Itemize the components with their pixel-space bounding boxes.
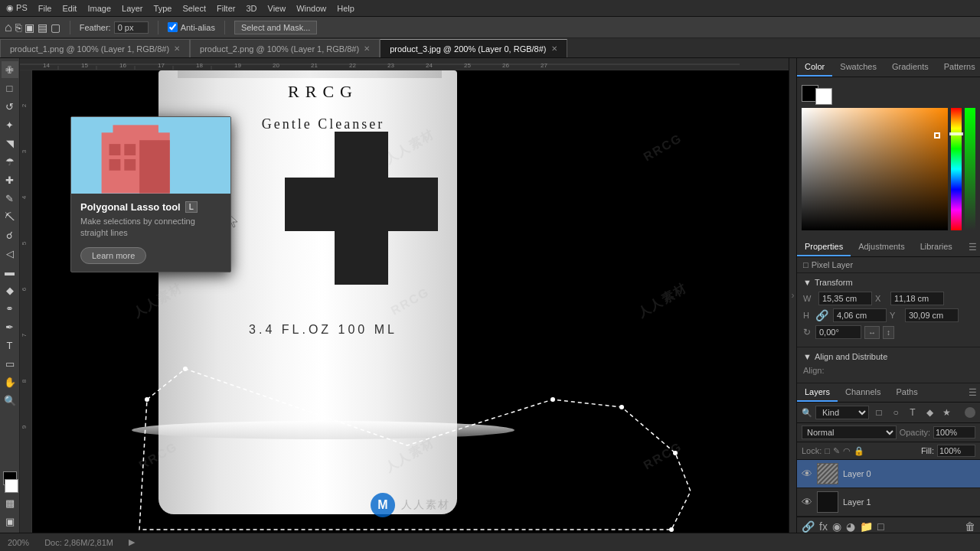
flip-h-button[interactable]: ↔ (864, 326, 880, 339)
lasso-tool[interactable]: ↺ (2, 98, 18, 115)
menu-help[interactable]: Help (337, 4, 354, 13)
layer-item-1[interactable]: 👁 Layer 1 (797, 488, 980, 517)
layer-item-0[interactable]: 👁 Layer 0 (797, 460, 980, 488)
menu-edit[interactable]: Edit (62, 4, 77, 13)
fill-input[interactable] (937, 445, 975, 457)
menu-3d[interactable]: 3D (246, 4, 256, 13)
select-mask-button[interactable]: Select and Mask... (234, 21, 318, 34)
clone-stamp-tool[interactable]: ⛏ (2, 208, 18, 225)
color-hue-slider[interactable] (951, 108, 962, 230)
tab-channels[interactable]: Channels (838, 383, 888, 402)
tab-layers[interactable]: Layers (797, 383, 838, 402)
y-input[interactable] (905, 308, 959, 322)
menu-filter[interactable]: Filter (217, 4, 235, 13)
transform-header[interactable]: ▼ Transform (803, 278, 974, 287)
x-input[interactable] (890, 292, 944, 305)
layer-filter-adjust[interactable]: ○ (889, 406, 903, 419)
move-tool[interactable]: ✙ (2, 61, 18, 78)
menu-image[interactable]: Image (87, 4, 111, 13)
rotation-input[interactable] (815, 325, 861, 339)
height-input[interactable] (833, 308, 887, 322)
tab-product1[interactable]: product_1.png @ 100% (Layer 1, RGB/8#) ✕ (0, 39, 190, 57)
color-alpha-slider[interactable] (965, 108, 975, 230)
svg-text:6: 6 (21, 287, 28, 291)
healing-tool[interactable]: ✚ (2, 171, 18, 188)
layer-visibility-1[interactable]: 👁 (802, 496, 812, 508)
menu-layer[interactable]: Layer (122, 4, 143, 13)
color-saturation-value[interactable] (802, 108, 948, 230)
brush-tool[interactable]: ✎ (2, 190, 18, 207)
tab-color[interactable]: Color (797, 58, 832, 77)
align-header[interactable]: ▼ Align and Distribute (803, 352, 974, 361)
tab-patterns[interactable]: Patterns (936, 58, 980, 77)
layers-kind-select[interactable]: Kind (815, 406, 869, 419)
layer-visibility-0[interactable]: 👁 (802, 468, 812, 480)
gradient-tool[interactable]: ▬ (2, 263, 18, 280)
menu-ps[interactable]: ◉ PS (6, 3, 28, 13)
tab-properties[interactable]: Properties (797, 238, 851, 256)
tab-swatches[interactable]: Swatches (832, 58, 884, 77)
lock-paint[interactable]: ✎ (833, 446, 840, 456)
pen-tool[interactable]: ✒ (2, 318, 18, 335)
tab-adjustments[interactable]: Adjustments (851, 238, 913, 256)
feather-input[interactable] (114, 21, 149, 34)
dodge-tool[interactable]: ⚭ (2, 300, 18, 317)
menu-window[interactable]: Window (296, 4, 326, 13)
screen-mode[interactable]: ▣ (2, 513, 18, 530)
tab-paths[interactable]: Paths (889, 383, 926, 402)
layer-filter-shape[interactable]: ◆ (923, 406, 936, 419)
text-tool[interactable]: T (2, 337, 18, 354)
delete-layer-btn[interactable]: 🗑 (965, 520, 975, 533)
lock-position[interactable]: 🔒 (854, 446, 864, 456)
eyedropper-tool[interactable]: ☂ (2, 153, 18, 170)
layer-filter-smart[interactable]: ★ (939, 406, 953, 419)
menu-file[interactable]: File (38, 4, 52, 13)
background-color-swatch[interactable] (815, 88, 832, 105)
eraser-tool[interactable]: ◁ (2, 245, 18, 262)
layers-panel-menu[interactable]: ☰ (969, 387, 977, 398)
canvas-area[interactable]: RRCG Gentle Cleanser 3.4 FL.OZ 100 ML RR… (32, 70, 789, 533)
blend-mode-select[interactable]: Normal (802, 425, 897, 439)
add-group-btn[interactable]: 📁 (860, 520, 873, 533)
blur-tool[interactable]: ◆ (2, 282, 18, 298)
tab-close-1[interactable]: ✕ (174, 44, 180, 53)
svg-text:20: 20 (273, 62, 279, 69)
lock-artboard[interactable]: ◠ (843, 446, 851, 456)
layer-filter-toggle[interactable] (965, 407, 975, 418)
collapse-right[interactable]: › (789, 58, 796, 533)
menu-view[interactable]: View (268, 4, 286, 13)
crop-tool[interactable]: ◥ (2, 135, 18, 152)
hand-tool[interactable]: ✋ (2, 373, 18, 390)
add-style-btn[interactable]: fx (819, 520, 828, 533)
panel-menu-icon[interactable]: ☰ (969, 242, 977, 253)
menu-type[interactable]: Type (154, 4, 172, 13)
doc-arrow[interactable]: ▶ (129, 537, 135, 547)
magic-wand-tool[interactable]: ✦ (2, 116, 18, 133)
width-input[interactable] (818, 292, 872, 305)
rectangle-select-tool[interactable]: □ (2, 80, 18, 96)
tab-close-3[interactable]: ✕ (551, 44, 557, 53)
layer-filter-type[interactable]: T (906, 406, 920, 419)
background-color[interactable] (5, 479, 18, 493)
tab-gradients[interactable]: Gradients (884, 58, 936, 77)
history-brush-tool[interactable]: ☌ (2, 227, 18, 243)
opacity-input[interactable] (933, 426, 975, 439)
tab-libraries[interactable]: Libraries (913, 238, 960, 256)
menu-select[interactable]: Select (182, 4, 206, 13)
add-adjustment-btn[interactable]: ◕ (846, 520, 855, 533)
flip-v-button[interactable]: ↕ (883, 326, 894, 339)
tab-product3[interactable]: product_3.jpg @ 200% (Layer 0, RGB/8#) ✕ (380, 39, 567, 57)
tab-close-2[interactable]: ✕ (364, 44, 370, 53)
link-layers-btn[interactable]: 🔗 (802, 520, 815, 533)
add-layer-btn[interactable]: □ (877, 520, 884, 533)
tab-product2[interactable]: product_2.png @ 100% (Layer 1, RGB/8#) ✕ (190, 39, 380, 57)
lock-transparency[interactable]: □ (825, 446, 830, 455)
antialias-checkbox[interactable]: Anti-alias (168, 22, 215, 32)
shape-tool[interactable]: ▭ (2, 355, 18, 372)
learn-more-button[interactable]: Learn more (80, 247, 146, 264)
zoom-tool[interactable]: 🔍 (2, 392, 18, 409)
layer-filter-pixel[interactable]: □ (872, 406, 886, 419)
quick-mask[interactable]: ▩ (2, 494, 18, 511)
add-mask-btn[interactable]: ◉ (832, 520, 841, 533)
layer-name-1: Layer 1 (843, 497, 871, 507)
